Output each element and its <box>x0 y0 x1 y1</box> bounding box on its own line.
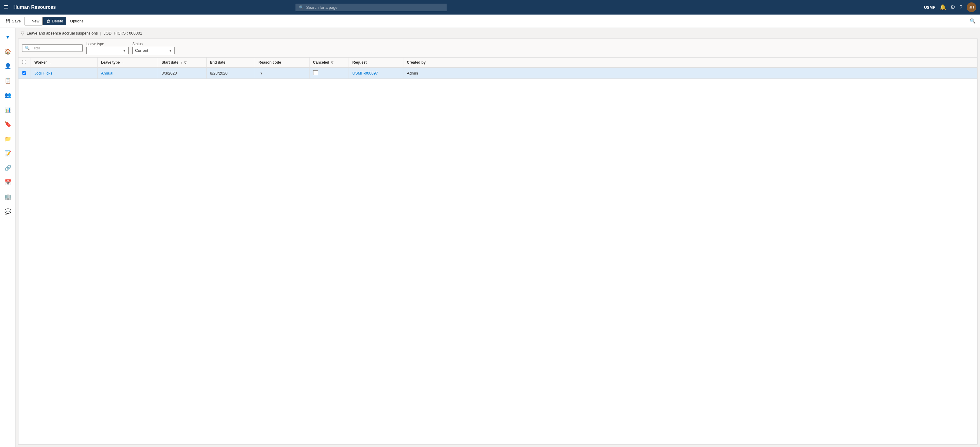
sidebar-item-links[interactable]: 🔗 <box>1 161 14 174</box>
top-nav-right-controls: USMF 🔔 ⚙ ? JH <box>924 2 976 12</box>
status-select[interactable]: Current All Expired <box>135 48 167 53</box>
filter-bar: 🔍 Leave type Annual Sick ▼ <box>19 39 977 57</box>
reason-code-chevron-icon[interactable]: ▼ <box>260 72 263 75</box>
sidebar-item-teams[interactable]: 👥 <box>1 88 14 102</box>
leave-type-sort-icon: ↑ <box>123 61 124 64</box>
save-button[interactable]: 💾 Save <box>2 17 24 25</box>
leave-type-filter-group: Leave type Annual Sick ▼ <box>86 42 129 54</box>
search-input[interactable] <box>306 5 444 10</box>
status-chevron-icon: ▼ <box>169 49 172 53</box>
leave-type-chevron-icon: ▼ <box>123 49 126 53</box>
new-button[interactable]: + New <box>24 17 43 26</box>
hamburger-icon[interactable]: ☰ <box>4 4 8 11</box>
status-filter-group: Status Current All Expired ▼ <box>132 42 175 54</box>
status-label: Status <box>132 42 175 46</box>
row-select-cell[interactable] <box>19 67 30 79</box>
sidebar-item-tasks[interactable]: 📝 <box>1 147 14 160</box>
company-label: USMF <box>924 5 935 10</box>
grid-area: 🔍 Leave type Annual Sick ▼ <box>18 38 978 445</box>
th-end-date[interactable]: End date <box>206 57 255 67</box>
request-link[interactable]: USMF-000097 <box>353 71 378 75</box>
sidebar-item-documents[interactable]: 📁 <box>1 132 14 145</box>
accrual-suspensions-table: Worker ↑ Leave type ↑ <box>19 57 977 79</box>
leave-type-select-wrapper[interactable]: Annual Sick ▼ <box>86 47 129 54</box>
th-start-date[interactable]: Start date ↑ ▽ <box>158 57 206 67</box>
toolbar-search-button[interactable]: 🔍 <box>968 16 978 26</box>
filter-input[interactable] <box>32 46 80 50</box>
sidebar-item-bookmarks[interactable]: 🔖 <box>1 118 14 131</box>
app-title: Human Resources <box>13 5 56 10</box>
delete-icon: 🗑 <box>46 19 50 23</box>
start-date-cell: 8/3/2020 <box>158 67 206 79</box>
leave-type-select[interactable]: Annual Sick <box>89 48 121 53</box>
status-select-wrapper[interactable]: Current All Expired ▼ <box>132 47 175 54</box>
canceled-cell[interactable] <box>309 67 348 79</box>
table-container: Worker ↑ Leave type ↑ <box>19 57 977 444</box>
search-icon: 🔍 <box>299 5 304 10</box>
sidebar-item-home[interactable]: 🏠 <box>1 45 14 58</box>
content-area: ▽ Leave and absence accrual suspensions … <box>16 28 980 447</box>
help-icon[interactable]: ? <box>959 4 963 11</box>
select-all-checkbox[interactable] <box>22 60 26 64</box>
row-checkbox[interactable] <box>22 71 26 75</box>
sidebar-item-org[interactable]: 🏢 <box>1 190 14 204</box>
th-request[interactable]: Request <box>348 57 403 67</box>
created-by-cell: Admin <box>403 67 977 79</box>
leave-type-cell[interactable]: Annual <box>97 67 158 79</box>
save-icon: 💾 <box>5 19 10 23</box>
canceled-filter-icon[interactable]: ▽ <box>331 61 333 64</box>
sidebar-item-reports[interactable]: 📊 <box>1 103 14 117</box>
sidebar-item-filter[interactable]: ▼ <box>1 30 14 44</box>
bell-icon[interactable]: 🔔 <box>939 4 946 11</box>
sidebar-item-calendar[interactable]: 📅 <box>1 176 14 189</box>
new-icon: + <box>28 19 30 23</box>
filter-input-wrapper[interactable]: 🔍 <box>22 44 83 52</box>
sidebar-item-messages[interactable]: 💬 <box>1 205 14 218</box>
th-worker[interactable]: Worker ↑ <box>30 57 97 67</box>
toolbar: 💾 Save + New 🗑 Delete Options 🔍 <box>0 14 980 28</box>
worker-link[interactable]: Jodi Hicks <box>35 71 52 75</box>
th-leave-type[interactable]: Leave type ↑ <box>97 57 158 67</box>
page-title: Leave and absence accrual suspensions <box>27 31 98 35</box>
th-created-by[interactable]: Created by <box>403 57 977 67</box>
end-date-cell: 8/28/2020 <box>206 67 255 79</box>
avatar[interactable]: JH <box>967 2 976 12</box>
start-date-sort-icon: ↑ <box>181 61 182 64</box>
sidebar: ▼ 🏠 👤 📋 👥 📊 🔖 📁 📝 🔗 📅 🏢 💬 <box>0 28 16 447</box>
worker-cell[interactable]: Jodi Hicks <box>30 67 97 79</box>
canceled-checkbox[interactable] <box>313 70 318 75</box>
global-search[interactable]: 🔍 <box>296 4 447 11</box>
filter-toggle-icon[interactable]: ▽ <box>21 30 24 36</box>
select-all-header[interactable] <box>19 57 30 67</box>
breadcrumb-record: JODI HICKS : 000001 <box>103 31 142 35</box>
breadcrumb: ▽ Leave and absence accrual suspensions … <box>16 28 980 38</box>
request-cell[interactable]: USMF-000097 <box>348 67 403 79</box>
main-layout: ▼ 🏠 👤 📋 👥 📊 🔖 📁 📝 🔗 📅 🏢 💬 ▽ Leave and ab… <box>0 28 980 447</box>
leave-type-label: Leave type <box>86 42 129 46</box>
th-reason-code[interactable]: Reason code <box>255 57 309 67</box>
top-navigation: ☰ Human Resources 🔍 USMF 🔔 ⚙ ? JH <box>0 0 980 14</box>
settings-icon[interactable]: ⚙ <box>950 4 955 11</box>
sidebar-item-worker[interactable]: 👤 <box>1 59 14 73</box>
filter-search-icon: 🔍 <box>25 46 30 50</box>
leave-type-link[interactable]: Annual <box>101 71 113 75</box>
delete-button[interactable]: 🗑 Delete <box>43 17 66 25</box>
th-canceled[interactable]: Canceled ▽ <box>309 57 348 67</box>
table-row[interactable]: Jodi Hicks Annual 8/3/2020 8/28/2020 <box>19 67 977 79</box>
options-button[interactable]: Options <box>67 17 87 25</box>
start-date-filter-icon[interactable]: ▽ <box>184 61 186 64</box>
sidebar-item-leaves[interactable]: 📋 <box>1 74 14 87</box>
breadcrumb-separator: | <box>100 31 101 35</box>
worker-sort-icon: ↑ <box>49 61 51 64</box>
reason-code-cell[interactable]: ▼ <box>255 67 309 79</box>
table-header-row: Worker ↑ Leave type ↑ <box>19 57 977 67</box>
